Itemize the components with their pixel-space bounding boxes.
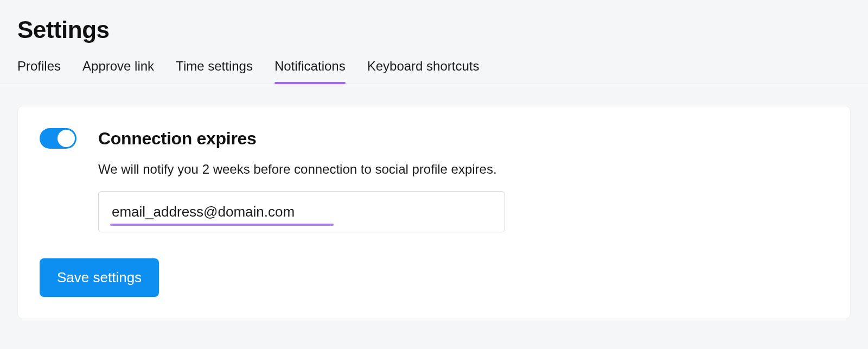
- connection-expires-toggle[interactable]: [40, 128, 76, 149]
- tab-profiles[interactable]: Profiles: [17, 59, 61, 84]
- settings-tabs: Profiles Approve link Time settings Noti…: [0, 59, 868, 84]
- tab-approve-link[interactable]: Approve link: [82, 59, 154, 84]
- connection-expires-description: We will notify you 2 weeks before connec…: [98, 162, 828, 177]
- input-underline-accent: [110, 224, 334, 226]
- tab-keyboard-shortcuts[interactable]: Keyboard shortcuts: [367, 59, 480, 84]
- tab-time-settings[interactable]: Time settings: [176, 59, 253, 84]
- email-field[interactable]: [98, 191, 505, 232]
- connection-expires-title: Connection expires: [98, 129, 257, 149]
- tab-notifications[interactable]: Notifications: [275, 59, 346, 84]
- page-title: Settings: [17, 16, 851, 43]
- notifications-card: Connection expires We will notify you 2 …: [17, 106, 851, 319]
- save-settings-button[interactable]: Save settings: [40, 258, 159, 297]
- toggle-knob: [58, 130, 75, 147]
